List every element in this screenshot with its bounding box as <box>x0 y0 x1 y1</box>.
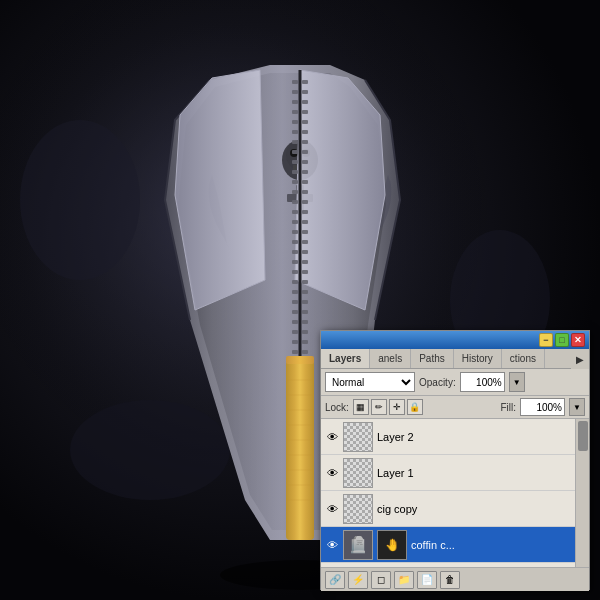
fill-input[interactable] <box>520 398 565 416</box>
cigcopy-visibility-toggle[interactable]: 👁 <box>323 500 341 518</box>
cigcopy-thumbnail <box>343 494 373 524</box>
delete-layer-button[interactable]: 🗑 <box>440 571 460 589</box>
tab-history[interactable]: History <box>454 349 502 368</box>
opacity-label: Opacity: <box>419 377 456 388</box>
close-button[interactable]: ✕ <box>571 333 585 347</box>
layer2-name: Layer 2 <box>377 431 587 443</box>
opacity-arrow[interactable]: ▼ <box>509 372 525 392</box>
layer-row-coffin[interactable]: 👁 🪦 🤚 coffin c... <box>321 527 589 563</box>
layer-mask-button[interactable]: ◻ <box>371 571 391 589</box>
layer1-name: Layer 1 <box>377 467 587 479</box>
layers-panel: − □ ✕ Layers anels Paths History ctions … <box>320 330 590 590</box>
layer2-thumbnail <box>343 422 373 452</box>
panel-tab-menu[interactable]: ▶ <box>571 349 589 369</box>
panel-titlebar: − □ ✕ <box>321 331 589 349</box>
fill-label: Fill: <box>500 402 516 413</box>
layer2-visibility-toggle[interactable]: 👁 <box>323 428 341 446</box>
lock-icons: ▦ ✏ ✛ 🔒 <box>353 399 423 415</box>
tab-channels[interactable]: anels <box>370 349 411 368</box>
layer-row-layer2[interactable]: 👁 Layer 2 <box>321 419 589 455</box>
scrollbar-thumb[interactable] <box>578 421 588 451</box>
new-group-button[interactable]: 📁 <box>394 571 414 589</box>
link-layers-button[interactable]: 🔗 <box>325 571 345 589</box>
new-layer-button[interactable]: 📄 <box>417 571 437 589</box>
blend-mode-select[interactable]: Normal Multiply Screen <box>325 372 415 392</box>
lock-all-button[interactable]: 🔒 <box>407 399 423 415</box>
layers-list: 👁 Layer 2 👁 Layer 1 👁 cig copy 👁 🪦 🤚 cof… <box>321 419 589 567</box>
coffin-visibility-toggle[interactable]: 👁 <box>323 536 341 554</box>
fill-arrow[interactable]: ▼ <box>569 398 585 416</box>
lock-transparent-button[interactable]: ▦ <box>353 399 369 415</box>
minimize-button[interactable]: − <box>539 333 553 347</box>
panel-toolbar: 🔗 ⚡ ◻ 📁 📄 🗑 <box>321 567 589 591</box>
coffin-mask-thumbnail: 🤚 <box>377 530 407 560</box>
layer-row-cigcopy[interactable]: 👁 cig copy <box>321 491 589 527</box>
title-buttons: − □ ✕ <box>539 333 585 347</box>
layers-scrollbar[interactable] <box>575 419 589 567</box>
layer-row-layer1[interactable]: 👁 Layer 1 <box>321 455 589 491</box>
cigcopy-name: cig copy <box>377 503 587 515</box>
layer1-visibility-toggle[interactable]: 👁 <box>323 464 341 482</box>
coffin-thumbnail: 🪦 <box>343 530 373 560</box>
lock-label: Lock: <box>325 402 349 413</box>
tab-actions[interactable]: ctions <box>502 349 545 368</box>
maximize-button[interactable]: □ <box>555 333 569 347</box>
lock-position-button[interactable]: ✛ <box>389 399 405 415</box>
panel-tabs: Layers anels Paths History ctions ▶ <box>321 349 589 369</box>
tab-paths[interactable]: Paths <box>411 349 454 368</box>
blend-opacity-row: Normal Multiply Screen Opacity: ▼ <box>321 369 589 396</box>
lock-image-button[interactable]: ✏ <box>371 399 387 415</box>
layer1-thumbnail <box>343 458 373 488</box>
tab-layers[interactable]: Layers <box>321 349 370 368</box>
lock-fill-row: Lock: ▦ ✏ ✛ 🔒 Fill: ▼ <box>321 396 589 419</box>
coffin-name: coffin c... <box>411 539 587 551</box>
layer-effects-button[interactable]: ⚡ <box>348 571 368 589</box>
opacity-input[interactable] <box>460 372 505 392</box>
